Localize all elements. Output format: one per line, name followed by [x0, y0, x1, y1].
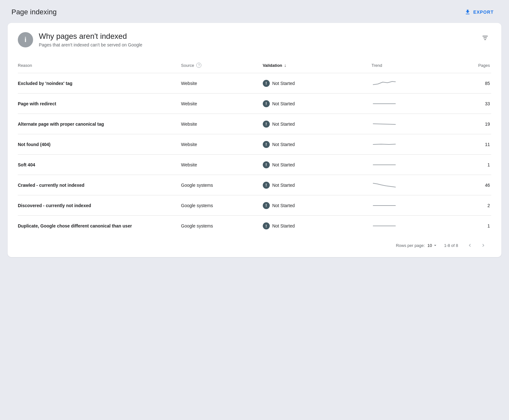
trend-chart	[372, 79, 397, 88]
cell-reason: Alternate page with proper canonical tag	[18, 118, 181, 130]
next-page-button[interactable]	[478, 241, 489, 249]
validation-not-started-icon: !	[263, 161, 270, 168]
validation-label: Not Started	[272, 183, 295, 188]
cell-pages: 46	[453, 179, 491, 192]
trend-chart	[372, 120, 397, 129]
validation-not-started-icon: !	[263, 182, 270, 189]
cell-trend	[372, 197, 453, 214]
cell-validation: ! Not Started	[263, 219, 372, 233]
cell-source: Website	[181, 77, 263, 90]
card-title-group: Why pages aren't indexed Pages that aren…	[39, 32, 142, 47]
col-reason: Reason	[18, 60, 181, 70]
cell-trend	[372, 75, 453, 92]
cell-source: Website	[181, 138, 263, 151]
validation-not-started-icon: !	[263, 100, 270, 107]
table-row: Crawled - currently not indexed Google s…	[18, 175, 491, 195]
cell-reason: Page with redirect	[18, 97, 181, 110]
validation-not-started-icon: !	[263, 222, 270, 229]
cell-pages: 1	[453, 158, 491, 171]
validation-label: Not Started	[272, 122, 295, 127]
rows-per-page-label: Rows per page:	[396, 243, 425, 248]
cell-validation: ! Not Started	[263, 76, 372, 91]
validation-not-started-icon: !	[263, 202, 270, 209]
validation-label: Not Started	[272, 203, 295, 208]
cell-source: Website	[181, 97, 263, 110]
table-row: Soft 404 Website ! Not Started 1	[18, 155, 491, 175]
cell-reason: Crawled - currently not indexed	[18, 179, 181, 192]
cell-trend	[372, 136, 453, 153]
trend-chart	[372, 140, 397, 149]
next-page-icon	[480, 242, 486, 248]
cell-trend	[372, 157, 453, 173]
trend-chart	[372, 201, 397, 210]
cell-pages: 19	[453, 118, 491, 130]
info-icon: i	[18, 32, 33, 47]
col-trend: Trend	[372, 60, 453, 70]
source-help-icon[interactable]: ?	[196, 63, 201, 68]
validation-label: Not Started	[272, 81, 295, 86]
cell-trend	[372, 95, 453, 112]
card-subheading: Pages that aren't indexed can't be serve…	[39, 42, 142, 47]
card-header: i Why pages aren't indexed Pages that ar…	[18, 32, 491, 47]
filter-button[interactable]	[479, 32, 491, 44]
cell-source: Google systems	[181, 199, 263, 212]
rows-per-page-select[interactable]: 10	[427, 243, 437, 248]
export-icon	[464, 9, 471, 15]
cell-validation: ! Not Started	[263, 158, 372, 172]
cell-source: Website	[181, 118, 263, 130]
validation-label: Not Started	[272, 162, 295, 167]
filter-icon	[482, 34, 489, 41]
cell-pages: 1	[453, 220, 491, 232]
table-row: Not found (404) Website ! Not Started 11	[18, 134, 491, 155]
prev-page-button[interactable]	[464, 241, 475, 249]
col-pages: Pages	[453, 60, 491, 70]
table-row: Duplicate, Google chose different canoni…	[18, 216, 491, 236]
cell-pages: 11	[453, 138, 491, 151]
trend-chart	[372, 99, 397, 108]
cell-pages: 85	[453, 77, 491, 90]
cell-validation: ! Not Started	[263, 198, 372, 213]
cell-pages: 2	[453, 199, 491, 212]
col-source: Source ?	[181, 60, 263, 70]
page-title: Page indexing	[11, 8, 57, 16]
cell-source: Google systems	[181, 179, 263, 192]
validation-not-started-icon: !	[263, 80, 270, 87]
validation-label: Not Started	[272, 101, 295, 106]
cell-source: Google systems	[181, 220, 263, 232]
cell-validation: ! Not Started	[263, 117, 372, 131]
pagination-bar: Rows per page: 10 1-8 of 8	[18, 236, 491, 251]
cell-pages: 33	[453, 97, 491, 110]
validation-label: Not Started	[272, 223, 295, 228]
table-row: Alternate page with proper canonical tag…	[18, 114, 491, 134]
prev-page-icon	[467, 242, 473, 248]
cell-source: Website	[181, 158, 263, 171]
table-row: Discovered - currently not indexed Googl…	[18, 195, 491, 216]
page-info: 1-8 of 8	[444, 243, 458, 248]
rows-dropdown-icon	[433, 243, 438, 248]
cell-reason: Discovered - currently not indexed	[18, 199, 181, 212]
export-button[interactable]: EXPORT	[461, 6, 498, 18]
validation-not-started-icon: !	[263, 141, 270, 148]
cell-reason: Duplicate, Google chose different canoni…	[18, 220, 181, 232]
cell-trend	[372, 116, 453, 132]
cell-trend	[372, 218, 453, 234]
trend-chart	[372, 221, 397, 230]
trend-chart	[372, 160, 397, 169]
cell-validation: ! Not Started	[263, 178, 372, 192]
col-validation[interactable]: Validation ↓	[263, 60, 372, 70]
cell-reason: Excluded by 'noindex' tag	[18, 77, 181, 90]
cell-trend	[372, 177, 453, 193]
rows-per-page-value: 10	[427, 243, 432, 248]
table-row: Excluded by 'noindex' tag Website ! Not …	[18, 73, 491, 94]
table-header: Reason Source ? Validation ↓ Trend Pages	[18, 58, 491, 73]
table-container: Reason Source ? Validation ↓ Trend Pages…	[18, 58, 491, 236]
cell-validation: ! Not Started	[263, 137, 372, 152]
table-row: Page with redirect Website ! Not Started…	[18, 94, 491, 114]
cell-reason: Not found (404)	[18, 138, 181, 151]
validation-not-started-icon: !	[263, 121, 270, 128]
trend-chart	[372, 181, 397, 190]
card-header-left: i Why pages aren't indexed Pages that ar…	[18, 32, 142, 47]
cell-reason: Soft 404	[18, 158, 181, 171]
sort-arrow-icon: ↓	[284, 63, 286, 68]
card-heading: Why pages aren't indexed	[39, 32, 142, 41]
